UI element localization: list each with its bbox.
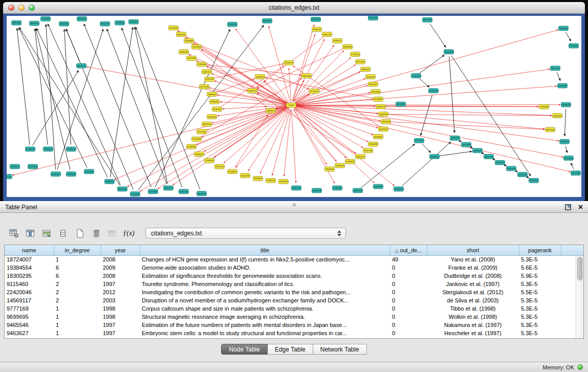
network-node[interactable]: 1602410	[553, 114, 562, 118]
network-node[interactable]: 1915469	[371, 90, 381, 94]
tab-edge-table[interactable]: Edge Table	[268, 344, 313, 355]
network-node[interactable]: 1677414	[356, 59, 365, 64]
network-node[interactable]: 1961334	[302, 74, 312, 78]
network-node[interactable]: 1931406	[279, 179, 289, 184]
network-graph[interactable]: 1724012140761861332224066415476501426480…	[7, 16, 581, 197]
network-node[interactable]: 1664211	[312, 27, 322, 32]
network-node[interactable]: 2073260	[84, 169, 94, 174]
network-node[interactable]: 1956533	[10, 164, 20, 169]
network-node[interactable]: 2204907	[374, 135, 383, 139]
network-node[interactable]: 1485083	[343, 45, 353, 49]
network-node[interactable]: 1944784	[444, 50, 454, 54]
network-node[interactable]: 1860932	[379, 112, 388, 117]
network-node[interactable]: 1043275	[560, 139, 570, 144]
table-row[interactable]: 946362711997Embryonic stem cells: a mode…	[5, 329, 583, 337]
network-node[interactable]: 1320214	[284, 60, 294, 65]
network-node[interactable]: 1679197	[450, 136, 460, 141]
network-node[interactable]: 1785430	[197, 62, 207, 67]
network-node[interactable]: 1807563	[546, 127, 555, 132]
scrollbar-thumb[interactable]	[577, 257, 582, 280]
table-row[interactable]: 977716911998Corpus callosum shape and si…	[5, 304, 583, 313]
network-node[interactable]: 1954203	[559, 26, 569, 31]
network-node[interactable]: 1009974	[248, 89, 257, 93]
network-node[interactable]: 1858414	[253, 177, 263, 181]
network-node[interactable]: 2194855	[228, 169, 237, 174]
panel-splitter-handle[interactable]	[293, 203, 296, 206]
network-node[interactable]: 9245012	[529, 178, 539, 183]
close-button[interactable]	[8, 5, 14, 11]
window-titlebar[interactable]: citations_edges.txt	[3, 2, 585, 14]
table-scrollbar[interactable]	[576, 256, 583, 338]
network-node[interactable]: 1862231	[353, 188, 363, 193]
network-node[interactable]: 2185731	[368, 16, 378, 20]
network-node[interactable]: 1065733	[241, 173, 250, 178]
function-builder-icon[interactable]: ƒ(x)	[122, 227, 136, 240]
network-node[interactable]: 2132731	[212, 107, 222, 112]
network-node[interactable]: 1091124	[473, 148, 483, 153]
network-node[interactable]: 1904636	[374, 184, 383, 189]
network-node[interactable]: 2156352	[325, 167, 335, 171]
column-header-short[interactable]: short	[427, 245, 519, 255]
network-node[interactable]: 1694542	[518, 172, 528, 177]
network-node[interactable]: 1595853	[539, 104, 549, 109]
network-node[interactable]: 1895759	[376, 104, 386, 109]
column-header-out-de[interactable]: △out_de...	[390, 245, 427, 255]
network-node[interactable]: 1126433	[130, 192, 140, 196]
network-node[interactable]: 1955733	[363, 148, 373, 153]
network-node[interactable]: 1542460	[41, 16, 51, 21]
network-node[interactable]: 2047522	[202, 70, 212, 74]
network-node[interactable]: 1680944	[430, 155, 440, 159]
network-node[interactable]: 8113044	[311, 17, 321, 21]
network-node[interactable]: 1753641	[205, 158, 214, 163]
network-node[interactable]: 1604742	[366, 75, 376, 79]
network-node[interactable]: 1677450	[571, 171, 581, 176]
zoom-button[interactable]	[29, 5, 35, 11]
network-node[interactable]: 1893076	[266, 108, 276, 113]
column-header-name[interactable]: name	[5, 245, 54, 255]
network-node[interactable]: 1572232	[228, 22, 237, 27]
network-node[interactable]: 9115460	[429, 89, 439, 93]
network-node[interactable]: 7597312	[415, 138, 424, 143]
tab-network-table[interactable]: Network Table	[313, 344, 367, 355]
network-node[interactable]: 1456045	[194, 152, 204, 157]
network-node[interactable]: 1893932	[67, 147, 76, 151]
network-node[interactable]: 2053172	[77, 63, 86, 68]
network-node[interactable]: 1653340	[197, 191, 207, 196]
network-node[interactable]: 1881326	[12, 20, 21, 25]
network-node[interactable]: 1830664	[77, 16, 87, 21]
network-node[interactable]: 1859431	[381, 119, 391, 124]
table-row[interactable]: 969969511998Structural magnetic resonanc…	[5, 313, 583, 321]
network-node[interactable]: 1267930	[462, 142, 471, 147]
network-node[interactable]: 1264891	[345, 159, 355, 164]
network-node[interactable]: 1958127	[333, 38, 342, 43]
table-row[interactable]: 1872400712008Changes of HCN gene express…	[5, 255, 583, 264]
table-row[interactable]: 946554611997Estimation of the future num…	[5, 321, 583, 329]
network-node[interactable]: 2240664	[184, 38, 194, 43]
network-node[interactable]: 1861332	[177, 32, 186, 37]
network-node[interactable]: 1912753	[292, 186, 301, 190]
table-row[interactable]: 1938455462009Genome-wide association stu…	[5, 264, 583, 272]
column-header-in-degree[interactable]: in_degree	[54, 245, 101, 255]
table-row[interactable]: 2242004622012Investigating the contribut…	[5, 288, 583, 296]
table-row[interactable]: 911546021997Tourette syndrome. Phenomeno…	[5, 280, 583, 288]
network-node[interactable]: 2047306	[28, 164, 38, 169]
network-node[interactable]: 1595364	[569, 43, 579, 48]
column-header-title[interactable]: title	[140, 245, 390, 255]
network-node[interactable]: 2047103	[30, 21, 39, 26]
create-column-icon[interactable]	[73, 227, 86, 240]
network-node[interactable]: 2046223	[312, 188, 322, 193]
network-node[interactable]: 1535322	[129, 19, 139, 24]
table-row[interactable]: 1456911722003Disruption of a novel membe…	[5, 296, 583, 304]
network-node[interactable]: 1904173	[100, 21, 110, 26]
network-node[interactable]: 1473061	[115, 20, 125, 25]
network-node[interactable]: 9777169	[197, 129, 207, 134]
network-node[interactable]: 1755731	[411, 74, 421, 78]
network-node[interactable]: 1267531	[205, 77, 214, 81]
network-node[interactable]: 5901542	[51, 172, 61, 177]
network-node[interactable]: 1214076	[169, 26, 179, 30]
network-node[interactable]: 2461764	[118, 187, 127, 191]
network-node[interactable]: 1167342	[192, 137, 202, 141]
network-node[interactable]: 1933284	[59, 21, 69, 26]
column-header-pagerank[interactable]: pagerank	[519, 245, 561, 255]
network-node[interactable]: 1547650	[192, 45, 202, 49]
